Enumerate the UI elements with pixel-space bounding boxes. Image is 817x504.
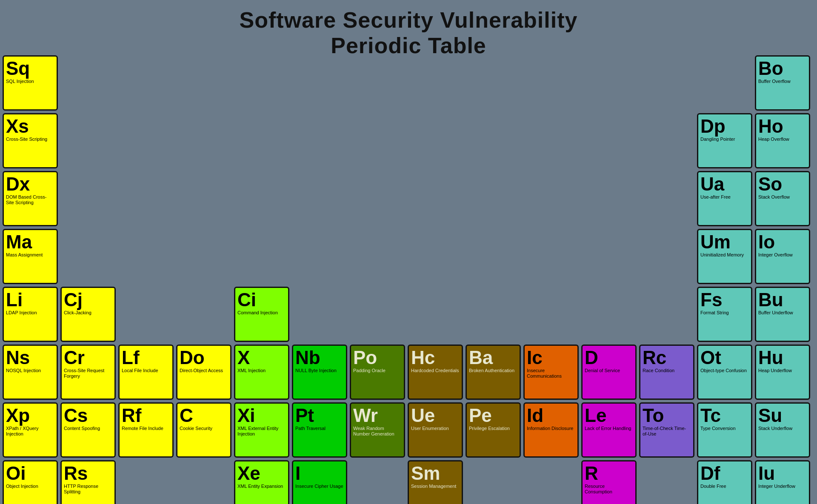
element-name-fs: Format String	[700, 310, 729, 316]
element-wr: WrWeak Random Number Generation	[350, 402, 405, 458]
element-symbol-ic: Ic	[527, 348, 543, 367]
element-symbol-ue: Ue	[411, 406, 435, 425]
element-xp: XpXPath / XQuery Injection	[3, 402, 58, 458]
element-symbol-x: X	[237, 348, 250, 367]
element-name-dx: DOM Based Cross-Site Scripting	[6, 194, 54, 205]
element-symbol-iu: Iu	[758, 464, 775, 483]
element-name-ic: Insecure Communications	[527, 368, 575, 379]
element-name-cr: Cross-Site Request Forgery	[64, 368, 112, 379]
element-symbol-rs: Rs	[64, 464, 88, 483]
element-name-x: XML Injection	[237, 368, 266, 373]
element-su: SuStack Underflow	[755, 402, 810, 458]
element-ua: UaUse-after Free	[697, 171, 752, 226]
element-xe: XeXML Entity Expansion	[234, 460, 289, 504]
element-name-pe: Privilege Escalation	[469, 426, 510, 431]
element-name-ue: User Enumeration	[411, 426, 449, 431]
element-so: SoStack Overflow	[755, 171, 810, 226]
element-name-sq: SQL Injection	[6, 79, 34, 84]
element-ma: MaMass Assignment	[3, 229, 58, 284]
element-oi: OiObject Injection	[3, 460, 58, 504]
element-r: RResource Consumption	[581, 460, 637, 504]
element-symbol-le: Le	[585, 406, 606, 425]
element-name-cj: Click-Jacking	[64, 310, 91, 316]
element-name-r: Resource Consumption	[585, 484, 633, 495]
element-name-wr: Weak Random Number Generation	[353, 426, 402, 437]
element-symbol-do: Do	[180, 348, 205, 367]
element-name-hu: Heap Underflow	[758, 368, 792, 373]
element-symbol-ma: Ma	[6, 233, 32, 251]
element-symbol-tc: Tc	[700, 406, 721, 425]
element-symbol-oi: Oi	[6, 464, 26, 483]
element-rc: RcRace Condition	[639, 345, 694, 400]
element-name-tc: Type Conversion	[700, 426, 736, 431]
element-symbol-pe: Pe	[469, 406, 492, 425]
element-df: DfDouble Free	[697, 460, 752, 504]
element-name-ua: Use-after Free	[700, 194, 731, 200]
element-li: LiLDAP Injection	[3, 287, 58, 342]
element-symbol-ot: Ot	[700, 348, 721, 367]
element-name-rc: Race Condition	[643, 368, 674, 373]
element-name-xi: XML External Entity Injection	[237, 426, 286, 437]
element-xi: XiXML External Entity Injection	[234, 402, 289, 458]
element-rf: RfRemote File Include	[118, 402, 174, 458]
element-name-nb: NULL Byte Injection	[295, 368, 337, 373]
element-symbol-to: To	[643, 406, 664, 425]
element-i: IInsecure Cipher Usage	[292, 460, 347, 504]
element-name-iu: Integer Underflow	[758, 484, 795, 489]
element-symbol-rf: Rf	[122, 406, 141, 425]
element-symbol-bo: Bo	[758, 59, 783, 78]
element-name-cs: Content Spoofing	[64, 426, 100, 431]
element-name-hc: Hardcoded Credentials	[411, 368, 459, 373]
element-pe: PePrivilege Escalation	[466, 402, 521, 458]
element-cs: CsContent Spoofing	[60, 402, 116, 458]
element-name-df: Double Free	[700, 484, 726, 489]
element-symbol-rc: Rc	[643, 348, 666, 367]
element-symbol-dx: Dx	[6, 175, 30, 194]
element-symbol-li: Li	[6, 290, 23, 309]
element-dx: DxDOM Based Cross-Site Scripting	[3, 171, 58, 226]
element-hc: HcHardcoded Credentials	[408, 345, 463, 400]
element-ho: HoHeap Overflow	[755, 113, 810, 168]
element-ba: BaBroken Authentication	[466, 345, 521, 400]
element-name-bo: Buffer Overflow	[758, 79, 791, 84]
element-x: XXML Injection	[234, 345, 289, 400]
element-xs: XsCross-Site Scripting	[3, 113, 58, 168]
page-title: Software Security VulnerabilityPeriodic …	[0, 0, 817, 59]
element-symbol-c: C	[180, 406, 193, 425]
element-to: ToTime-of-Check Time-of-Use	[639, 402, 694, 458]
element-ci: CiCommand Injection	[234, 287, 289, 342]
element-symbol-um: Um	[700, 233, 731, 251]
element-bo: BoBuffer Overflow	[755, 55, 810, 111]
element-c: CCookie Security	[176, 402, 231, 458]
element-le: LeLack of Error Handling	[581, 402, 637, 458]
element-symbol-hc: Hc	[411, 348, 435, 367]
element-symbol-dp: Dp	[700, 117, 726, 136]
element-name-io: Integer Overflow	[758, 252, 793, 258]
element-symbol-ba: Ba	[469, 348, 493, 367]
element-symbol-nb: Nb	[295, 348, 320, 367]
element-name-id: Information Disclosure	[527, 426, 573, 431]
element-symbol-i: I	[295, 464, 300, 483]
element-name-su: Stack Underflow	[758, 426, 792, 431]
element-name-ot: Object-type Confusion	[700, 368, 747, 373]
element-symbol-cj: Cj	[64, 290, 83, 309]
element-rs: RsHTTP Response Splitting	[60, 460, 116, 504]
element-name-um: Uninitialized Memory	[700, 252, 744, 258]
element-d: DDenial of Service	[581, 345, 637, 400]
element-symbol-ci: Ci	[237, 290, 256, 309]
element-do: DoDirect-Object Access	[176, 345, 231, 400]
element-symbol-d: D	[585, 348, 598, 367]
element-name-xe: XML Entity Expansion	[237, 484, 283, 489]
element-dp: DpDangling Pointer	[697, 113, 752, 168]
element-symbol-cs: Cs	[64, 406, 88, 425]
element-ns: NsNOSQL Injection	[3, 345, 58, 400]
element-name-sm: Session Management	[411, 484, 456, 489]
element-ot: OtObject-type Confusion	[697, 345, 752, 400]
element-name-so: Stack Overflow	[758, 194, 790, 200]
element-ue: UeUser Enumeration	[408, 402, 463, 458]
element-symbol-ho: Ho	[758, 117, 783, 136]
element-iu: IuInteger Underflow	[755, 460, 810, 504]
element-cr: CrCross-Site Request Forgery	[60, 345, 116, 400]
element-name-ma: Mass Assignment	[6, 252, 43, 258]
element-sm: SmSession Management	[408, 460, 463, 504]
